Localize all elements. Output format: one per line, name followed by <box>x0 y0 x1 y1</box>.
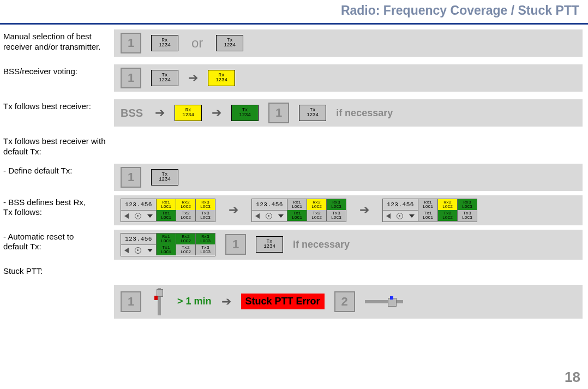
page-number: 18 <box>565 369 580 386</box>
strip-define-def: 1 Tx 1234 <box>114 164 583 191</box>
strip-bss-voting: 1 Tx 1234 ➔ Rx 1234 <box>114 64 583 92</box>
bss-label: BSS <box>121 107 145 119</box>
tx3-cell[interactable]: Tx3LOC3 <box>457 210 477 221</box>
arrow-icon: ➔ <box>155 106 165 120</box>
speaker-icon <box>386 213 391 219</box>
title-bar: Radio: Frequency Coverage / Stuck PTT <box>0 0 588 25</box>
tx-1234-button[interactable]: Tx 1234 <box>151 169 178 185</box>
label-manual: Manual selection of best receiver and/or… <box>0 29 114 55</box>
tx-1234-active[interactable]: Tx 1234 <box>231 105 259 121</box>
ptt-slider-horizontal[interactable] <box>365 296 403 307</box>
rx3-cell[interactable]: Rx3LOC3 <box>326 199 346 210</box>
speaker-icon <box>255 213 260 219</box>
stuck-ptt-error: Stuck PTT Error <box>241 294 325 309</box>
strip-stuck-ptt: 1 > 1 min ➔ Stuck PTT Error 2 <box>114 285 583 319</box>
freq-display: 123.456 <box>383 199 418 211</box>
mic-icon <box>397 213 403 219</box>
strip-auto-reset: 123.456 Rx1LOC1 Rx2LOC2 Rx3LOC3 Tx1LOC1 … <box>114 230 583 260</box>
step-2: 2 <box>334 291 355 312</box>
rx3-cell[interactable]: Rx3LOC3 <box>195 234 215 244</box>
step-1: 1 <box>225 234 246 255</box>
rx3-cell[interactable]: Rx3LOC3 <box>457 199 477 210</box>
rx-1234-button[interactable]: Rx 1234 <box>151 35 178 51</box>
tx-1234-button[interactable]: Tx 1234 <box>151 70 178 86</box>
panel-controls <box>121 211 156 222</box>
freq-display: 123.456 <box>252 199 287 211</box>
freq-display: 123.456 <box>121 234 156 245</box>
step-1: 1 <box>121 68 141 88</box>
chevron-down-icon <box>147 249 153 252</box>
arrow-icon: ➔ <box>229 203 238 217</box>
label-define-def: - Define default Tx: <box>0 164 114 178</box>
label-tx-follows-def: Tx follows best receiver with default Tx… <box>0 134 114 159</box>
strip-tx-follows: BSS ➔ Rx 1234 ➔ Tx 1234 1 Tx 1234 if nec… <box>114 99 583 127</box>
rx-1234-selected[interactable]: Rx 1234 <box>208 70 235 86</box>
rx1-cell[interactable]: Rx1LOC1 <box>156 234 176 244</box>
strip-manual: 1 Rx 1234 or Tx 1234 <box>114 29 583 57</box>
freq-display: 123.456 <box>121 199 156 211</box>
tx1-cell[interactable]: Tx1LOC1 <box>287 210 307 221</box>
radio-panel-1[interactable]: 123.456 Rx1LOC1 Rx2LOC2 Rx3LOC3 Tx1LOC1 … <box>121 199 215 222</box>
label-bss-defines: - BSS defines best Rx, Tx follows: <box>0 195 114 220</box>
radio-panel-4[interactable]: 123.456 Rx1LOC1 Rx2LOC2 Rx3LOC3 Tx1LOC1 … <box>121 233 215 256</box>
tx2-cell[interactable]: Tx2LOC2 <box>307 210 326 221</box>
mic-icon <box>266 213 272 219</box>
radio-panel-3[interactable]: 123.456 Rx1LOC1 Rx2LOC2 Rx3LOC3 Tx1LOC1 … <box>382 199 477 222</box>
panel-controls <box>121 245 156 256</box>
if-necessary: if necessary <box>293 239 350 250</box>
tx-1234-button[interactable]: Tx 1234 <box>256 236 283 253</box>
rx1-cell[interactable]: Rx1LOC1 <box>418 199 437 210</box>
tx-1234-button[interactable]: Tx 1234 <box>299 105 326 121</box>
radio-panel-2[interactable]: 123.456 Rx1LOC1 Rx2LOC2 Rx3LOC3 Tx1LOC1 … <box>251 199 346 222</box>
speaker-icon <box>124 213 129 219</box>
tx1-cell[interactable]: Tx1LOC1 <box>156 210 176 221</box>
rx2-cell[interactable]: Rx2LOC2 <box>176 234 195 244</box>
panel-controls <box>383 211 418 222</box>
label-bss-voting: BSS/receiver voting: <box>0 64 114 79</box>
rx-1234-selected[interactable]: Rx 1234 <box>175 105 202 121</box>
rx1-cell[interactable]: Rx1LOC1 <box>287 199 307 210</box>
rx2-cell[interactable]: Rx2LOC2 <box>307 199 326 210</box>
content: Manual selection of best receiver and/or… <box>0 29 583 373</box>
or-text: or <box>188 35 206 51</box>
tx2-cell[interactable]: Tx2LOC2 <box>176 210 195 221</box>
speaker-icon <box>124 248 129 253</box>
if-necessary: if necessary <box>336 107 393 119</box>
chevron-down-icon <box>278 214 284 218</box>
step-1: 1 <box>121 33 141 53</box>
tx2-cell[interactable]: Tx2LOC2 <box>176 244 195 255</box>
step-1: 1 <box>121 167 141 188</box>
label-tx-follows: Tx follows best receiver: <box>0 99 114 114</box>
rx1-cell[interactable]: Rx1LOC1 <box>156 199 176 210</box>
tx2-cell[interactable]: Tx2LOC2 <box>437 210 457 221</box>
chevron-down-icon <box>409 214 415 218</box>
arrow-icon: ➔ <box>221 295 231 309</box>
tx3-cell[interactable]: Tx3LOC3 <box>195 210 215 221</box>
ptt-slider-vertical[interactable] <box>151 288 167 315</box>
tx-1234-button[interactable]: Tx 1234 <box>216 35 243 51</box>
strip-bss-defines: 123.456 Rx1LOC1 Rx2LOC2 Rx3LOC3 Tx1LOC1 … <box>114 195 583 225</box>
mic-icon <box>135 213 141 219</box>
tx3-cell[interactable]: Tx3LOC3 <box>326 210 346 221</box>
rx3-cell[interactable]: Rx3LOC3 <box>195 199 215 210</box>
page-title: Radio: Frequency Coverage / Stuck PTT <box>0 0 588 18</box>
rx2-cell[interactable]: Rx2LOC2 <box>437 199 457 210</box>
tx3-cell[interactable]: Tx3LOC3 <box>195 244 215 255</box>
gt-1-min: > 1 min <box>177 296 212 307</box>
step-1: 1 <box>121 291 141 312</box>
panel-controls <box>252 211 287 222</box>
mic-icon <box>135 247 141 254</box>
step-1: 1 <box>268 103 289 123</box>
arrow-icon: ➔ <box>359 203 369 217</box>
chevron-down-icon <box>147 214 153 218</box>
tx1-cell[interactable]: Tx1LOC1 <box>156 244 176 255</box>
label-auto-reset: - Automatic reset to default Tx: <box>0 230 114 255</box>
arrow-icon: ➔ <box>212 106 221 120</box>
label-stuck-ptt: Stuck PTT: <box>0 264 114 279</box>
tx1-cell[interactable]: Tx1LOC1 <box>418 210 437 221</box>
arrow-icon: ➔ <box>188 71 198 85</box>
rx2-cell[interactable]: Rx2LOC2 <box>176 199 195 210</box>
